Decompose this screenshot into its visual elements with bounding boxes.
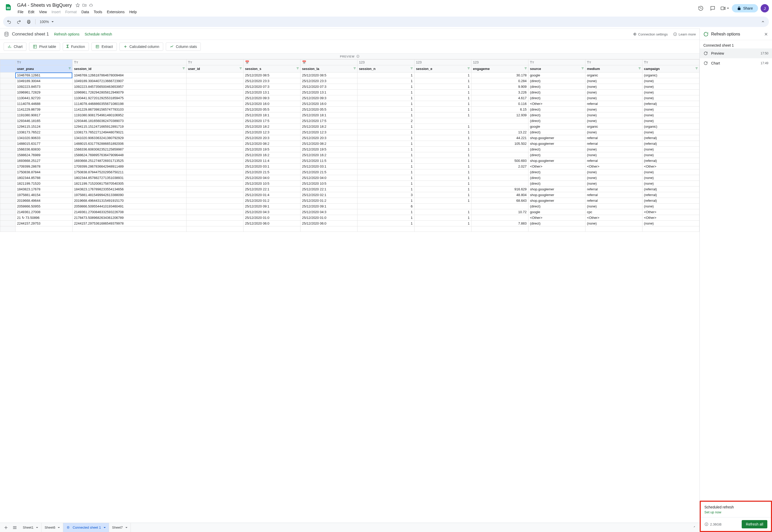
cell[interactable]: 6 — [357, 204, 414, 209]
refresh-item-preview[interactable]: Preview 17:50 — [700, 48, 772, 58]
cell[interactable]: 7.883 — [471, 221, 528, 226]
cell[interactable]: google — [528, 209, 585, 215]
row-header[interactable] — [0, 101, 16, 107]
table-row[interactable]: 21 ↻ 73.508962178473.5089682634361206789… — [0, 215, 699, 221]
row-header[interactable] — [0, 95, 16, 101]
menu-tools[interactable]: Tools — [92, 9, 104, 15]
cell[interactable]: 25/12/2020 08:2 — [300, 141, 357, 147]
cell[interactable]: 1338173.76522 — [15, 130, 72, 135]
cell[interactable]: 25/12/2020 16:0 — [243, 101, 300, 107]
cell[interactable]: 1293446.18165 — [15, 118, 72, 124]
table-row[interactable]: 1341020.906331341020.9063363241380792929… — [0, 135, 699, 141]
cell[interactable]: (none) — [642, 112, 699, 118]
row-header[interactable] — [0, 209, 16, 215]
cell[interactable]: 25/12/2020 22:1 — [243, 186, 300, 192]
table-row[interactable]: 1096961.728291096961.7282942805812949079… — [0, 90, 699, 95]
cell[interactable]: 30.178 — [471, 73, 528, 78]
cell[interactable]: 25/12/2020 06:0 — [243, 221, 300, 226]
row-header[interactable] — [0, 226, 16, 232]
cell[interactable]: 1 — [414, 169, 471, 175]
cell[interactable]: 1 — [357, 152, 414, 158]
cell[interactable]: 1 — [357, 186, 414, 192]
move-folder-icon[interactable] — [82, 3, 87, 8]
column-header-medium[interactable]: medium — [585, 65, 642, 73]
table-row[interactable]: 1566336.608301566336.6083082352125859987… — [0, 147, 699, 152]
cell[interactable]: (none) — [642, 204, 699, 209]
cell[interactable]: 25/12/2020 18:2 — [300, 124, 357, 130]
filter-icon[interactable] — [353, 67, 356, 70]
cell[interactable]: 1 — [357, 130, 414, 135]
cell[interactable] — [186, 204, 243, 209]
cell[interactable]: 25/12/2020 17:5 — [243, 118, 300, 124]
cell[interactable]: 25/12/2020 01:0 — [243, 215, 300, 221]
cell[interactable]: shop.googlemer — [528, 186, 585, 192]
cell[interactable]: 1 — [357, 78, 414, 84]
cell[interactable]: (none) — [585, 152, 642, 158]
cell[interactable]: (referral) — [642, 198, 699, 204]
cell[interactable]: referral — [585, 141, 642, 147]
cell[interactable] — [186, 141, 243, 147]
cell[interactable]: 25/12/2020 18:1 — [243, 112, 300, 118]
cell[interactable]: 1092223.8457356500463653957 — [72, 84, 186, 90]
cell[interactable]: 1 — [357, 84, 414, 90]
cell[interactable]: (none) — [585, 107, 642, 112]
cell[interactable]: 1 — [357, 158, 414, 164]
print-icon[interactable] — [25, 18, 33, 26]
cell[interactable]: 1 — [357, 164, 414, 169]
cell[interactable] — [471, 181, 528, 186]
cell[interactable]: 25/12/2020 10:5 — [243, 181, 300, 186]
column-header-engageme[interactable]: engageme — [471, 65, 528, 73]
comment-icon[interactable] — [708, 4, 717, 13]
table-row[interactable]: 1975881.481541975881.4815499942613388090… — [0, 192, 699, 198]
filter-icon[interactable] — [524, 67, 527, 70]
cell[interactable]: 1 — [414, 209, 471, 215]
close-panel-icon[interactable] — [764, 32, 768, 37]
row-header[interactable] — [0, 215, 16, 221]
column-stats-chip[interactable]: Column stats — [166, 42, 201, 51]
cell[interactable]: 25/12/2020 08:5 — [300, 73, 357, 78]
filter-icon[interactable] — [296, 67, 299, 70]
cell[interactable]: 1 — [357, 112, 414, 118]
cell[interactable]: <Other> — [528, 101, 585, 107]
cell[interactable] — [186, 152, 243, 158]
row-header[interactable] — [0, 118, 16, 124]
cell[interactable]: 1 — [414, 124, 471, 130]
cell[interactable]: 25/12/2020 16:2 — [243, 152, 300, 158]
cell[interactable]: referral — [585, 135, 642, 141]
row-header[interactable] — [0, 221, 16, 226]
cell[interactable]: 3 — [357, 192, 414, 198]
cell[interactable]: (none) — [642, 152, 699, 158]
row-header[interactable] — [0, 204, 16, 209]
sheet-tab-sheet1[interactable]: Sheet1 — [20, 523, 41, 532]
table-row[interactable]: 1488015.631771488015.6317782886651892006… — [0, 141, 699, 147]
row-header[interactable] — [0, 152, 16, 158]
cell[interactable] — [186, 90, 243, 95]
cell[interactable]: (direct) — [528, 152, 585, 158]
cell[interactable]: 1 — [414, 192, 471, 198]
cell[interactable]: (none) — [642, 181, 699, 186]
cell[interactable]: 25/12/2020 03:1 — [300, 164, 357, 169]
cell[interactable]: (none) — [585, 118, 642, 124]
menu-view[interactable]: View — [37, 9, 49, 15]
calc-column-chip[interactable]: Calculated column — [119, 42, 163, 51]
cell[interactable]: 1588624.76989 — [15, 152, 72, 158]
cell[interactable]: (direct) — [528, 90, 585, 95]
cell[interactable] — [186, 158, 243, 164]
cell[interactable]: 1802344.8578827271351038931 — [72, 175, 186, 181]
filter-icon[interactable] — [182, 67, 185, 70]
table-row[interactable]: 2019668.496442019668.4964431315491915170… — [0, 198, 699, 204]
row-header[interactable] — [0, 158, 16, 164]
cell[interactable]: 1 — [414, 73, 471, 78]
column-header-user_id[interactable]: user_id — [186, 65, 243, 73]
cell[interactable] — [414, 204, 471, 209]
cell[interactable]: 2.027 — [471, 164, 528, 169]
cell[interactable] — [471, 169, 528, 175]
cell[interactable]: 25/12/2020 01:0 — [300, 215, 357, 221]
table-row[interactable]: 1802344.857881802344.8578827271351038931… — [0, 175, 699, 181]
cell[interactable]: 500.693 — [471, 158, 528, 164]
table-row[interactable]: 2059866.509552059866.5095544410193460491… — [0, 204, 699, 209]
cell[interactable]: (none) — [642, 175, 699, 181]
cell[interactable]: 25/12/2020 18:2 — [243, 124, 300, 130]
zoom-select[interactable]: 100% — [38, 20, 55, 24]
cell[interactable]: (referral) — [642, 192, 699, 198]
